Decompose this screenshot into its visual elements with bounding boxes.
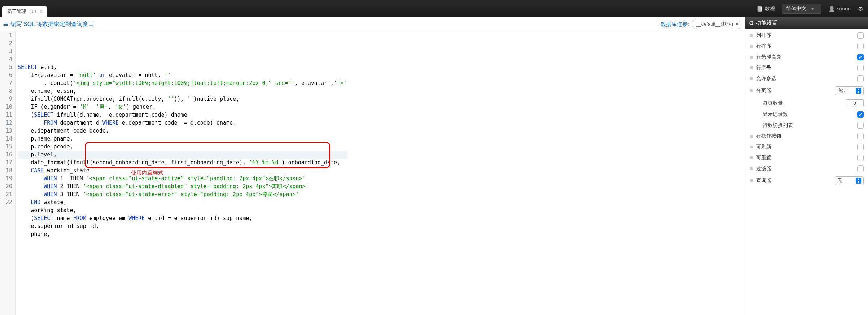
code-line[interactable]: e.name, e.ssn, [18, 87, 347, 95]
code-line[interactable]: p.code pcode, [18, 143, 347, 151]
line-number: 16 [6, 151, 12, 159]
settings-gear-icon[interactable] [858, 5, 863, 12]
hover-hl-checkbox[interactable] [857, 54, 864, 60]
code-line[interactable]: e.department_code dcode, [18, 127, 347, 135]
code-line[interactable]: CASE working_state [18, 167, 347, 174]
line-number: 20 [6, 182, 12, 190]
setting-resettable: 可重置 [745, 152, 868, 163]
top-bar: 员工管理101 × 教程 简体中文 sooon [0, 0, 868, 17]
username-label: sooon [837, 6, 851, 12]
editor-header: 编写 SQL 将数据绑定到查询窗口 数据库连接: __default__(默认)… [0, 17, 745, 31]
user-icon [829, 6, 835, 12]
user-menu[interactable]: sooon [829, 6, 851, 12]
setting-multi-select: 允许多选 [745, 73, 868, 84]
code-line[interactable]: working_state, [18, 206, 347, 214]
multi-sel-checkbox[interactable] [857, 75, 864, 82]
chevron-down-icon: ▼ [735, 22, 739, 26]
setting-col-sort: 列排序 [745, 30, 868, 41]
line-number: 2 [6, 39, 12, 47]
db-conn-label: 数据库连接: [661, 21, 689, 28]
line-number: 18 [6, 167, 12, 174]
code-line[interactable]: END wstate, [18, 198, 347, 206]
code-line[interactable]: phone, [18, 230, 347, 238]
line-number: 7 [6, 79, 12, 87]
line-number: 15 [6, 143, 12, 151]
code-line[interactable]: (SELECT ifnull(d.name, e.department_code… [18, 111, 347, 119]
row-toggle-checkbox[interactable] [857, 122, 864, 129]
settings-title: 功能设置 [756, 20, 777, 26]
row-num-checkbox[interactable] [857, 65, 864, 71]
line-gutter: 12345678910111213141516171819202122 [0, 31, 16, 315]
code-line[interactable]: WHEN 1 THEN '<span class="ui-state-activ… [18, 174, 347, 182]
col-sort-checkbox[interactable] [857, 32, 864, 39]
line-number: 3 [6, 47, 12, 55]
pager-position-select[interactable]: 底部 ▲▼ [835, 86, 864, 95]
setting-pager: 分页器 底部 ▲▼ [745, 84, 868, 97]
setting-row-toggle: 行数切换列表 [745, 120, 868, 131]
line-number: 13 [6, 127, 12, 135]
code-line[interactable]: IF (e.gender = 'M', '男', '女') gender, [18, 103, 347, 111]
language-select[interactable]: 简体中文 [782, 4, 821, 14]
line-number: 12 [6, 119, 12, 127]
setting-filter: 过滤器 [745, 163, 868, 174]
code-line[interactable]: WHEN 2 THEN '<span class="ui-state-disab… [18, 182, 347, 190]
code-line[interactable]: FROM department d WHERE e.department_cod… [18, 119, 347, 127]
code-line[interactable]: (SELECT name FROM employee em WHERE em.i… [18, 214, 347, 222]
query-select[interactable]: 无 ▲▼ [835, 176, 864, 185]
code-line[interactable]: p.level, [18, 151, 347, 159]
line-number: 14 [6, 135, 12, 143]
line-number: 5 [6, 63, 12, 71]
resettable-checkbox[interactable] [857, 155, 864, 161]
db-conn-value: __default__(默认) [696, 21, 733, 27]
tab-suffix: 101 [30, 9, 37, 14]
row-actions-checkbox[interactable] [857, 133, 864, 139]
setting-row-number: 行序号 [745, 62, 868, 73]
line-number: 4 [6, 55, 12, 63]
line-number: 21 [6, 190, 12, 198]
code-line[interactable]: e.superior_id sup_id, [18, 222, 347, 230]
setting-query: 查询器 无 ▲▼ [745, 174, 868, 187]
code-line[interactable]: IF(e.avatar = 'null' or e.avatar = null,… [18, 71, 347, 79]
setting-row-sort: 行排序 [745, 41, 868, 52]
refreshable-checkbox[interactable] [857, 144, 864, 150]
code-line[interactable]: p.name pname, [18, 135, 347, 143]
setting-page-size: 每页数量 8 [745, 97, 868, 109]
database-icon [4, 21, 8, 28]
row-sort-checkbox[interactable] [857, 43, 864, 49]
line-number: 22 [6, 198, 12, 206]
line-number: 8 [6, 87, 12, 95]
gears-icon: ⚙ [749, 20, 754, 26]
annotation-text: 使用内置样式 [131, 169, 163, 177]
db-conn-select[interactable]: __default__(默认) ▼ [692, 20, 741, 29]
language-value: 简体中文 [786, 5, 806, 12]
tab-employee-mgmt[interactable]: 员工管理101 × [2, 6, 47, 17]
filter-checkbox[interactable] [857, 165, 864, 172]
code-line[interactable]: date_format(ifnull(second_onboarding_dat… [18, 159, 347, 167]
tab-close-icon[interactable]: × [40, 9, 43, 14]
code-line[interactable]: , concat('<img style="width:100%;height:… [18, 79, 347, 87]
setting-row-actions: 行操作按钮 [745, 131, 868, 142]
page-size-input[interactable]: 8 [846, 99, 864, 107]
tutorial-label: 教程 [765, 5, 775, 12]
code-line[interactable]: WHEN 3 THEN '<span class="ui-state-error… [18, 190, 347, 198]
line-number: 1 [6, 31, 12, 39]
editor-title: 编写 SQL 将数据绑定到查询窗口 [10, 21, 94, 28]
setting-hover-highlight: 行悬浮高亮 [745, 52, 868, 62]
setting-refreshable: 可刷新 [745, 142, 868, 152]
sql-editor[interactable]: 12345678910111213141516171819202122 使用内置… [0, 31, 745, 315]
code-line[interactable]: SELECT e.id, [18, 63, 347, 71]
line-number: 19 [6, 174, 12, 182]
settings-pane: ⚙ 功能设置 列排序 行排序 行悬浮高亮 行序号 允许多选 [745, 17, 868, 315]
code-content[interactable]: 使用内置样式 SELECT e.id, IF(e.avatar = 'null'… [16, 31, 349, 315]
tutorial-link[interactable]: 教程 [757, 5, 775, 12]
line-number: 9 [6, 95, 12, 103]
line-number: 17 [6, 159, 12, 167]
settings-header: ⚙ 功能设置 [745, 17, 868, 29]
book-icon [757, 6, 763, 12]
line-number: 10 [6, 103, 12, 111]
line-number: 11 [6, 111, 12, 119]
tab-title: 员工管理 [7, 8, 26, 15]
show-count-checkbox[interactable] [857, 111, 864, 118]
code-line[interactable]: ifnull(CONCAT(pr.province, ifnull(c.city… [18, 95, 347, 103]
editor-pane: 编写 SQL 将数据绑定到查询窗口 数据库连接: __default__(默认)… [0, 17, 745, 315]
